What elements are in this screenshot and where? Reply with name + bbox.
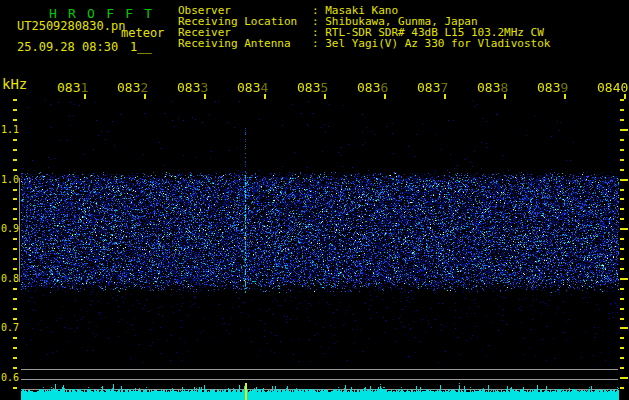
y-tick-left <box>13 238 17 240</box>
y-tick-right <box>620 288 624 290</box>
x-tick-label: 0837 <box>417 80 448 95</box>
output-filename: UT2509280830.pn <box>17 19 125 33</box>
y-tick-right <box>620 357 624 359</box>
y-tick-right <box>620 99 624 101</box>
y-tick-right <box>620 248 624 250</box>
y-tick-right <box>620 149 624 151</box>
x-tick-label: 0839 <box>537 80 568 95</box>
y-tick-left <box>13 99 17 101</box>
y-tick-left <box>13 258 17 260</box>
y-tick-right <box>620 169 624 171</box>
y-tick-right <box>620 298 624 300</box>
y-tick-right <box>620 238 624 240</box>
y-tick-label: 0.6 <box>1 372 19 383</box>
y-tick-left <box>13 357 17 359</box>
y-tick-left <box>13 318 17 320</box>
y-tick-left <box>13 109 17 111</box>
y-tick-left <box>13 298 17 300</box>
y-tick-right <box>620 109 624 111</box>
spectrogram-canvas <box>21 95 619 400</box>
y-tick-label: 0.9 <box>1 223 19 234</box>
y-tick-right <box>620 179 628 181</box>
y-tick-left <box>13 248 17 250</box>
y-tick-label: 1.1 <box>1 124 19 135</box>
x-tick-label: 0832 <box>117 80 148 95</box>
y-tick-right <box>620 377 628 379</box>
y-tick-label: 0.7 <box>1 322 19 333</box>
y-tick-left <box>13 119 17 121</box>
y-tick-right <box>620 327 628 329</box>
x-tick-mark <box>384 94 386 99</box>
x-tick-label: 0834 <box>237 80 268 95</box>
y-tick-left <box>13 218 17 220</box>
y-tick-right <box>620 387 624 389</box>
x-tick-mark <box>624 94 626 99</box>
y-tick-left <box>13 367 17 369</box>
x-tick-mark <box>564 94 566 99</box>
x-tick-label: 0833 <box>177 80 208 95</box>
y-tick-right <box>620 208 624 210</box>
y-tick-right <box>620 198 624 200</box>
y-tick-right <box>620 268 624 270</box>
y-tick-left <box>13 347 17 349</box>
x-tick-mark <box>504 94 506 99</box>
y-tick-left <box>13 149 17 151</box>
x-tick-mark <box>204 94 206 99</box>
x-tick-mark <box>324 94 326 99</box>
y-tick-right <box>620 189 624 191</box>
y-tick-right <box>620 347 624 349</box>
y-tick-left <box>13 387 17 389</box>
x-tick-label: 0838 <box>477 80 508 95</box>
y-tick-right <box>620 139 624 141</box>
noise-band-extent-line <box>19 178 20 282</box>
y-tick-right <box>620 308 624 310</box>
y-tick-right <box>620 318 624 320</box>
mode-label: meteor <box>121 26 164 40</box>
y-tick-right <box>620 278 628 280</box>
y-tick-left <box>13 198 17 200</box>
y-tick-right <box>620 258 624 260</box>
receiver-info: Observer: Masaki KanoReceiving Location:… <box>178 5 550 49</box>
y-tick-label: 0.8 <box>1 273 19 284</box>
y-tick-left <box>13 139 17 141</box>
y-tick-left <box>13 288 17 290</box>
y-tick-left <box>13 337 17 339</box>
y-tick-left <box>13 159 17 161</box>
x-tick-label: 0831 <box>57 80 88 95</box>
y-axis-unit-label: kHz <box>2 76 27 92</box>
y-tick-left <box>13 169 17 171</box>
x-tick-mark <box>84 94 86 99</box>
y-tick-left <box>13 189 17 191</box>
observation-datetime: 25.09.28 08:30 <box>17 40 118 54</box>
hrofft-screen: H R O F F T UT2509280830.pn meteor 25.09… <box>0 0 629 400</box>
x-tick-mark <box>444 94 446 99</box>
y-tick-right <box>620 129 628 131</box>
y-tick-right <box>620 337 624 339</box>
info-row-label: Receiving Antenna <box>178 38 312 49</box>
x-tick-label: 0835 <box>297 80 328 95</box>
x-tick-mark <box>144 94 146 99</box>
y-tick-right <box>620 228 628 230</box>
x-tick-label: 0840 <box>597 80 628 95</box>
echo-counter: 1__ <box>130 40 152 54</box>
y-tick-label: 1.0 <box>1 174 19 185</box>
y-tick-left <box>13 268 17 270</box>
y-tick-right <box>620 119 624 121</box>
y-tick-right <box>620 218 624 220</box>
y-tick-right <box>620 159 624 161</box>
info-row: Receiving Antenna: 3el Yagi(V) Az 330 fo… <box>178 38 550 49</box>
y-tick-left <box>13 308 17 310</box>
info-row-value: : 3el Yagi(V) Az 330 for Vladivostok <box>312 37 550 50</box>
y-tick-right <box>620 367 624 369</box>
x-tick-label: 0836 <box>357 80 388 95</box>
y-tick-left <box>13 208 17 210</box>
x-tick-mark <box>264 94 266 99</box>
